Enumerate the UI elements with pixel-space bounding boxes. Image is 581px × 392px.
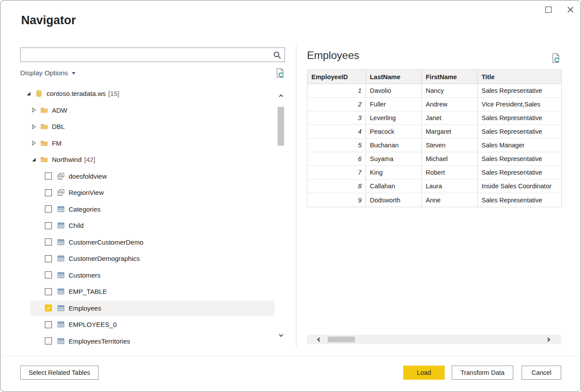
- tree-item-categories[interactable]: Categories: [20, 201, 276, 218]
- tree-item-employees[interactable]: Employees: [20, 300, 276, 317]
- tree-item-label: RegionView: [69, 189, 104, 196]
- tree-item-fm[interactable]: FM: [20, 135, 276, 152]
- tree-item-label: CustomerDemographics: [69, 255, 140, 262]
- scroll-down-icon[interactable]: [278, 332, 284, 338]
- cell-last-name: Leverling: [366, 111, 422, 125]
- cell-last-name: Davolio: [366, 84, 422, 97]
- checkbox[interactable]: [45, 189, 52, 196]
- scroll-right-icon[interactable]: [545, 337, 552, 343]
- view-icon: [57, 172, 65, 180]
- tree-item-child[interactable]: Child: [20, 217, 276, 234]
- checkbox[interactable]: [45, 222, 52, 229]
- scrollbar-thumb[interactable]: [278, 107, 284, 146]
- table-row: 3 Leverling Janet Sales Representative: [307, 111, 561, 125]
- checkbox[interactable]: [45, 288, 52, 295]
- table-row: 1 Davolio Nancy Sales Representative: [307, 84, 561, 98]
- transform-data-button[interactable]: Transform Data: [452, 366, 513, 380]
- cell-last-name: Peacock: [366, 125, 422, 138]
- tree-item-employeesterritories[interactable]: EmployeesTerritories: [20, 333, 276, 349]
- checkbox[interactable]: [45, 271, 52, 278]
- tree-item-contoso-teradata-ws[interactable]: contoso.teradata.ws [15]: [20, 85, 276, 102]
- scroll-left-icon[interactable]: [316, 337, 322, 343]
- checkbox[interactable]: [45, 321, 52, 328]
- tree-item-regionview[interactable]: RegionView: [20, 184, 276, 201]
- checkbox[interactable]: [45, 255, 52, 262]
- cell-title: Sales Representative: [478, 111, 562, 125]
- panel-divider: [296, 44, 296, 348]
- cell-first-name: Steven: [422, 139, 478, 152]
- tree-item-doesfoldview[interactable]: doesfoldview: [20, 168, 276, 185]
- cell-employee-id: 2: [307, 98, 366, 111]
- page-title: Navigator: [21, 14, 76, 27]
- cell-employee-id: 3: [307, 111, 366, 125]
- cell-first-name: Nancy: [422, 84, 478, 97]
- horizontal-scrollbar[interactable]: [307, 335, 561, 344]
- tree-item-label: doesfoldview: [69, 172, 107, 180]
- table-icon: [57, 271, 65, 279]
- checkbox[interactable]: [45, 205, 52, 212]
- navigator-tree: contoso.teradata.ws [15] ADW DBL FM Nort…: [20, 85, 276, 349]
- display-options-label: Display Options: [20, 69, 68, 77]
- tree-item-label: FM: [52, 139, 62, 147]
- tree-item-emp-table[interactable]: EMP_TABLE: [20, 283, 276, 300]
- refresh-icon[interactable]: [275, 68, 285, 78]
- collapse-triangle-icon[interactable]: [31, 157, 37, 163]
- tree-item-label: EMP_TABLE: [69, 288, 107, 295]
- display-options-dropdown[interactable]: Display Options: [20, 69, 76, 77]
- navigator-dialog: Navigator Display Options contoso.terada…: [0, 0, 581, 392]
- cell-first-name: Margaret: [422, 125, 478, 138]
- table-row: 6 Suyama Michael Sales Representative: [307, 152, 561, 166]
- checkbox-checked[interactable]: [45, 304, 52, 311]
- tree-item-customercustomerdemo[interactable]: CustomerCustomerDemo: [20, 234, 276, 251]
- table-icon: [57, 337, 65, 345]
- search-box: [20, 48, 285, 62]
- folder-icon: [40, 139, 48, 147]
- cell-employee-id: 7: [307, 166, 366, 179]
- scrollbar-thumb[interactable]: [328, 337, 355, 342]
- checkbox[interactable]: [45, 172, 52, 180]
- folder-icon: [40, 106, 48, 114]
- cell-employee-id: 6: [307, 152, 366, 165]
- cell-employee-id: 1: [307, 84, 366, 97]
- close-icon[interactable]: [566, 5, 575, 14]
- cell-last-name: Buchanan: [366, 139, 422, 152]
- expand-triangle-icon[interactable]: [31, 124, 37, 130]
- folder-icon: [40, 123, 48, 130]
- tree-item-label: Child: [69, 222, 84, 229]
- refresh-icon[interactable]: [551, 53, 561, 63]
- collapse-triangle-icon[interactable]: [26, 91, 32, 97]
- tree-item-dbl[interactable]: DBL: [20, 118, 276, 135]
- select-related-tables-button[interactable]: Select Related Tables: [20, 366, 99, 380]
- maximize-button[interactable]: [545, 7, 552, 13]
- expand-triangle-icon[interactable]: [31, 107, 37, 113]
- table-icon: [57, 255, 65, 262]
- table-icon: [57, 288, 65, 295]
- checkbox[interactable]: [45, 337, 52, 344]
- tree-item-employees-0[interactable]: EMPLOYEES_0: [20, 316, 276, 333]
- tree-item-customers[interactable]: Customers: [20, 267, 276, 284]
- search-input[interactable]: [21, 48, 285, 62]
- cell-first-name: Laura: [422, 180, 478, 193]
- checkbox[interactable]: [45, 238, 52, 245]
- tree-item-adw[interactable]: ADW: [20, 102, 276, 119]
- cell-last-name: Callahan: [366, 180, 422, 193]
- database-icon: [35, 90, 43, 97]
- table-icon: [57, 321, 65, 328]
- table-row: 8 Callahan Laura Inside Sales Coordinato…: [307, 180, 561, 193]
- tree-item-northwind[interactable]: Northwind [42]: [20, 151, 276, 168]
- cell-title: Vice President,Sales: [478, 98, 562, 111]
- expand-triangle-icon[interactable]: [31, 140, 37, 146]
- cell-last-name: Fuller: [366, 98, 422, 111]
- scroll-up-icon[interactable]: [278, 93, 284, 99]
- cell-first-name: Anne: [422, 193, 478, 207]
- cell-last-name: Suyama: [366, 152, 422, 165]
- tree-item-customerdemographics[interactable]: CustomerDemographics: [20, 250, 276, 267]
- tree-item-label: DBL: [52, 123, 65, 130]
- load-button[interactable]: Load: [403, 366, 445, 380]
- tree-item-label: Customers: [69, 271, 101, 279]
- vertical-scrollbar[interactable]: [276, 91, 285, 340]
- cancel-button[interactable]: Cancel: [522, 366, 561, 380]
- cell-last-name: King: [366, 166, 422, 179]
- cell-last-name: Dodsworth: [366, 193, 422, 207]
- search-icon[interactable]: [273, 51, 281, 59]
